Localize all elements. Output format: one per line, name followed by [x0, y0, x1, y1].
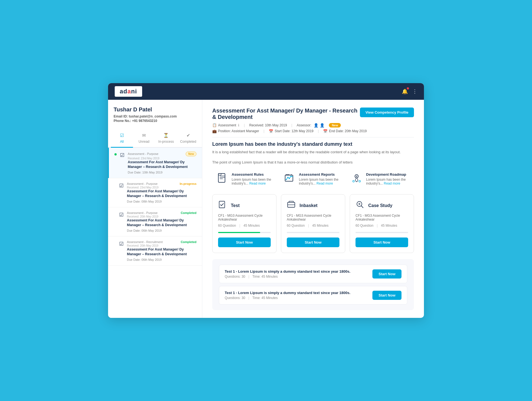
- info-icon: ℹ: [238, 123, 239, 127]
- start-inbasket-button[interactable]: Start Now: [287, 237, 339, 247]
- assessor-avatar-1: 👤: [314, 123, 318, 127]
- info-card-roadmap: Development Roadmap Lorem Ipsum has been…: [347, 170, 414, 188]
- list-item[interactable]: ☑ Assessment - Purpose In-progress Recei…: [108, 178, 202, 207]
- svg-line-21: [361, 206, 363, 208]
- lorem-body-2: The point of using Lorem Ipsum is that i…: [212, 160, 414, 165]
- card-header: Inbasket: [287, 200, 339, 211]
- item-meta: Assessment - Recruitment Completed: [127, 240, 196, 244]
- rules-icon: [217, 172, 228, 185]
- new-badge: New: [329, 123, 341, 127]
- test-list-section: Test 1 - Lorem Lipsum is simply a dummy …: [212, 259, 414, 310]
- reports-read-more[interactable]: Read more: [316, 182, 333, 185]
- app-window: adani 🔔 ⋮ Tushar D Patel Email ID: tusha…: [108, 83, 424, 318]
- item-meta: Assessment - Purpose New: [128, 152, 196, 156]
- tab-completed[interactable]: ✔ Completed: [177, 131, 199, 148]
- status-badge: Completed: [181, 211, 196, 214]
- svg-point-14: [353, 180, 354, 182]
- card-meta: 60 Question | 45 Minutes: [287, 224, 339, 228]
- start-now-button-1[interactable]: Start Now: [372, 269, 401, 279]
- assessment-icon: ☑: [119, 212, 124, 218]
- card-name: Test: [231, 203, 240, 208]
- card-name: Case Study: [368, 203, 392, 208]
- card-header: Case Study: [355, 200, 408, 211]
- info-cards: Assessment Rules Lorem Ipsum has been th…: [212, 170, 414, 188]
- card-sub: CF1 - MG3 Assessment Cycle Ankaleshwar: [355, 214, 408, 221]
- item-content: Assessment - Purpose New Received: 23rd …: [128, 152, 196, 174]
- progress-fill: [218, 232, 260, 233]
- meta-assessor: Assessor: 👤 👤: [297, 123, 325, 127]
- user-phone: Phone No.: +91 9876543210: [114, 119, 196, 123]
- meta-end-date: 📅 End Date: 20th May 2019: [323, 129, 367, 133]
- notification-badge: [407, 87, 409, 90]
- right-panel: Assessment For Asst Manager/ Dy Manager …: [202, 100, 424, 318]
- assessment-list: ☑ Assessment - Purpose New Received: 23r…: [108, 148, 202, 265]
- svg-point-6: [286, 179, 287, 180]
- all-icon: ☑: [120, 133, 124, 138]
- unread-icon: ✉: [142, 133, 146, 138]
- assessment-icon: ☑: [119, 183, 124, 189]
- svg-rect-0: [218, 173, 225, 182]
- tab-unread[interactable]: ✉ Unread: [133, 131, 155, 148]
- more-options-icon[interactable]: ⋮: [412, 88, 417, 94]
- assessor-avatar-2: 👤: [320, 123, 324, 127]
- assessment-icon: ☑: [120, 152, 124, 158]
- item-meta: Assessment - Purpose Completed: [127, 211, 196, 214]
- test-list-item: Test 1 - Lorem Lipsum is simply a dummy …: [219, 265, 407, 283]
- view-competency-button[interactable]: View Competency Profile: [360, 108, 414, 117]
- inbasket-icon: [287, 200, 296, 211]
- test-item-meta: Questions: 30 | Time: 45 Minutes: [225, 275, 351, 279]
- rules-title: Assessment Rules: [232, 172, 275, 177]
- type-card-test: Test CF1 - MG3 Assessment Cycle Ankalesh…: [212, 194, 277, 253]
- svg-point-9: [290, 176, 291, 177]
- panel-title: Assessment For Asst Manager/ Dy Manager …: [212, 108, 360, 120]
- item-content: Assessment - Purpose In-progress Receive…: [127, 182, 196, 203]
- start-casestudy-button[interactable]: Start Now: [355, 237, 408, 247]
- item-content: Assessment - Purpose Completed Received:…: [127, 211, 196, 232]
- assessment-meta-icon: 📋: [212, 123, 217, 127]
- calendar-end-icon: 📅: [323, 129, 328, 133]
- reports-text: Lorem Ipsum has been the industry's... R…: [299, 178, 342, 185]
- card-name: Inbasket: [300, 203, 318, 208]
- list-item[interactable]: ☑ Assessment - Purpose Completed Receive…: [108, 207, 202, 236]
- progress-bar: [355, 232, 408, 233]
- info-card-reports: Assessment Reports Lorem Ipsum has been …: [280, 170, 347, 188]
- item-meta: Assessment - Purpose In-progress: [127, 182, 196, 185]
- casestudy-icon: [355, 200, 364, 211]
- reports-title: Assessment Reports: [299, 172, 342, 177]
- status-badge: New: [186, 152, 196, 156]
- start-now-button-2[interactable]: Start Now: [372, 291, 401, 300]
- svg-rect-18: [289, 201, 293, 202]
- status-badge: Completed: [181, 240, 196, 244]
- tab-in-process[interactable]: ⏳ In-process: [155, 131, 177, 148]
- test-item-title: Test 1 - Lorem Lipsum is simply a dummy …: [225, 269, 351, 274]
- type-card-inbasket: Inbasket CF1 - MG3 Assessment Cycle Anka…: [281, 194, 345, 253]
- progress-bar: [218, 232, 271, 233]
- card-header: Test: [218, 200, 271, 211]
- logo-area: adani: [115, 86, 142, 97]
- roadmap-icon: [351, 172, 362, 185]
- position-icon: 💼: [212, 129, 217, 133]
- list-item[interactable]: ☑ Assessment - Purpose New Received: 23r…: [108, 148, 202, 178]
- header-icons: 🔔 ⋮: [402, 88, 417, 94]
- card-meta: 60 Question | 45 Minutes: [218, 224, 271, 228]
- test-list-item: Test 1 - Lorem Lipsum is simply a dummy …: [219, 286, 407, 305]
- start-test-button[interactable]: Start Now: [218, 237, 271, 247]
- roadmap-read-more[interactable]: Read more: [384, 182, 400, 185]
- list-item[interactable]: ☑ Assessment - Recruitment Completed Rec…: [108, 236, 202, 265]
- svg-point-15: [359, 180, 360, 182]
- notification-icon[interactable]: 🔔: [402, 88, 408, 94]
- roadmap-text: Lorem Ipsum has been the industry's... R…: [366, 178, 410, 185]
- test-item-details: Test 1 - Lorem Lipsum is simply a dummy …: [225, 291, 351, 300]
- rules-read-more[interactable]: Read more: [249, 182, 266, 185]
- inprocess-icon: ⏳: [163, 133, 169, 138]
- meta-start-date: 📅 Start Date: 12th May 2019: [269, 129, 313, 133]
- user-email: Email ID: tushar.patel@n_compass.com: [114, 114, 196, 118]
- item-content: Assessment - Recruitment Completed Recei…: [127, 240, 196, 261]
- card-meta: 60 Question | 45 Minutes: [355, 224, 408, 228]
- meta-received: Received: 10th May 2019: [249, 123, 287, 127]
- meta-position: 💼 Position: Assistant Manager: [212, 129, 259, 133]
- roadmap-title: Development Roadmap: [366, 172, 410, 177]
- lorem-title: Lorem Ipsum has been the industry's stan…: [212, 141, 414, 147]
- tab-all[interactable]: ☑ All: [111, 131, 133, 148]
- info-card-rules: Assessment Rules Lorem Ipsum has been th…: [212, 170, 280, 188]
